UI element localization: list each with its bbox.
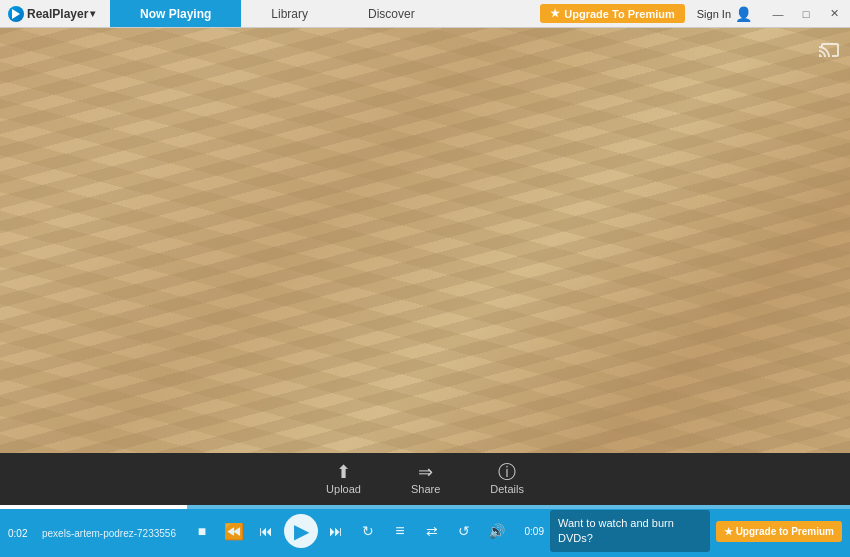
tab-library[interactable]: Library [241,0,338,27]
signin-button[interactable]: Sign In 👤 [689,6,760,22]
details-label: Details [490,483,524,495]
play-button[interactable]: ▶ [284,514,318,548]
shuffle-button[interactable]: ⇄ [418,517,446,545]
minimize-button[interactable]: — [764,0,792,28]
upgrade-to-premium-button[interactable]: ★ Upgrade To Premium [540,4,684,23]
details-icon: ⓘ [498,463,516,481]
logo-area[interactable]: RealPlayer ▾ [0,6,110,22]
titlebar-right: ★ Upgrade To Premium Sign In 👤 — □ ✕ [540,0,850,28]
share-button[interactable]: ⇒ Share [411,463,440,495]
prev-button[interactable]: ⏮ [252,517,280,545]
restore-button[interactable]: □ [792,0,820,28]
realplayer-logo-icon [8,6,24,22]
playlist-button[interactable]: ≡ [386,517,414,545]
loop-button[interactable]: ↺ [450,517,478,545]
user-icon: 👤 [735,6,752,22]
player-controls: ■ ⏪ ⏮ ▶ ⏭ ↻ ≡ ⇄ ↺ 🔊 [188,514,510,548]
promo-dvd: Want to watch and burn DVDs? [550,510,710,553]
tab-now-playing[interactable]: Now Playing [110,0,241,27]
cast-icon[interactable] [818,36,842,60]
nav-tabs: Now Playing Library Discover [110,0,540,27]
media-toolbar: ⬆ Upload ⇒ Share ⓘ Details [0,453,850,505]
upload-label: Upload [326,483,361,495]
share-label: Share [411,483,440,495]
current-time: 0:02 [8,528,36,539]
details-button[interactable]: ⓘ Details [490,463,524,495]
video-player[interactable] [0,28,850,453]
stop-button[interactable]: ■ [188,517,216,545]
rewind-button[interactable]: ⏪ [220,517,248,545]
progress-bar[interactable] [0,505,850,509]
upload-button[interactable]: ⬆ Upload [326,463,361,495]
share-icon: ⇒ [418,463,433,481]
window-controls: — □ ✕ [764,0,848,28]
next-button[interactable]: ⏭ [322,517,350,545]
upgrade-to-premium-player-button[interactable]: ★ Upgrade to Premium [716,521,842,542]
titlebar: RealPlayer ▾ Now Playing Library Discove… [0,0,850,28]
total-time: 0:09 [516,526,544,537]
app-name: RealPlayer ▾ [27,7,95,21]
tab-discover[interactable]: Discover [338,0,445,27]
close-button[interactable]: ✕ [820,0,848,28]
star-icon: ★ [550,7,560,20]
upload-icon: ⬆ [336,463,351,481]
player-bar: 0:02 pexels-artem-podrez-7233556 ■ ⏪ ⏮ ▶… [0,505,850,557]
video-content [0,28,850,453]
volume-button[interactable]: 🔊 [482,517,510,545]
filename: pexels-artem-podrez-7233556 [42,528,182,539]
repeat-button[interactable]: ↻ [354,517,382,545]
progress-fill [0,505,187,509]
